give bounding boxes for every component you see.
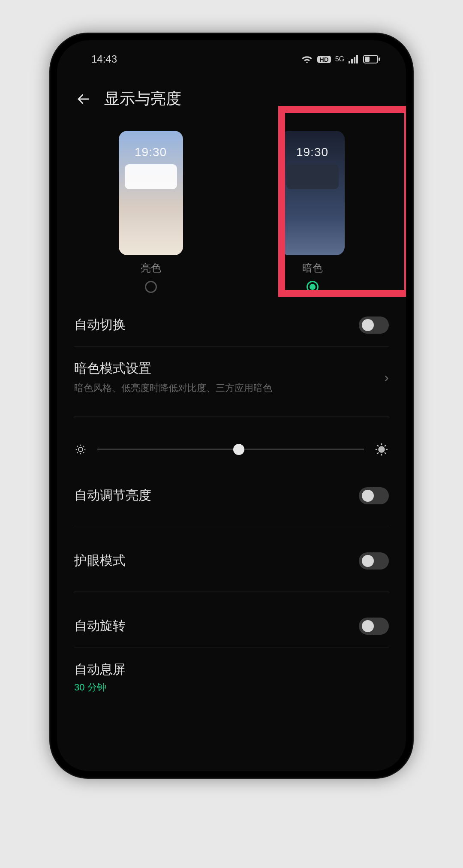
sun-dim-icon	[74, 443, 87, 456]
row-auto-switch[interactable]: 自动切换	[57, 303, 406, 347]
back-button[interactable]	[74, 90, 93, 108]
auto-screen-off-label: 自动息屏	[74, 661, 126, 678]
theme-label-light: 亮色	[141, 261, 161, 275]
svg-point-7	[78, 447, 83, 452]
brightness-slider-row	[57, 429, 406, 474]
eye-comfort-label: 护眼模式	[74, 552, 126, 570]
row-auto-screen-off[interactable]: 自动息屏	[57, 648, 406, 681]
dark-settings-title: 暗色模式设置	[74, 360, 272, 377]
row-eye-comfort[interactable]: 护眼模式	[57, 539, 406, 582]
signal-icon	[349, 55, 359, 63]
arrow-left-icon	[76, 91, 91, 107]
chevron-right-icon: ›	[384, 369, 389, 386]
status-time: 14:43	[91, 53, 117, 65]
radio-light[interactable]	[145, 281, 157, 293]
toggle-auto-brightness[interactable]	[359, 487, 389, 504]
hd-badge: HD	[317, 56, 331, 63]
auto-brightness-label: 自动调节亮度	[74, 487, 151, 504]
theme-option-dark[interactable]: 19:30 暗色	[280, 131, 345, 293]
row-dark-mode-settings[interactable]: 暗色模式设置 暗色风格、低亮度时降低对比度、三方应用暗色 ›	[57, 347, 406, 407]
page-title: 显示与亮度	[104, 88, 181, 109]
svg-rect-0	[349, 61, 350, 63]
wifi-icon	[301, 54, 313, 64]
preview-card-dark	[286, 164, 339, 189]
auto-rotate-label: 自动旋转	[74, 617, 126, 635]
section-divider	[74, 416, 389, 416]
theme-option-light[interactable]: 19:30 亮色	[119, 131, 183, 293]
auto-switch-label: 自动切换	[74, 316, 126, 334]
network-label: 5G	[335, 55, 344, 63]
svg-rect-5	[365, 57, 370, 62]
phone-frame: 14:43 HD 5G 显示与亮度 19:30 亮色	[49, 33, 414, 779]
svg-rect-2	[354, 57, 355, 63]
preview-time-dark: 19:30	[280, 131, 345, 159]
svg-rect-1	[351, 59, 353, 63]
header: 显示与亮度	[57, 69, 406, 122]
sun-bright-icon	[374, 442, 389, 457]
section-divider-3	[74, 591, 389, 591]
auto-screen-off-value: 30 分钟	[57, 681, 406, 707]
toggle-auto-rotate[interactable]	[359, 618, 389, 635]
row-auto-brightness[interactable]: 自动调节亮度	[57, 474, 406, 517]
theme-preview-dark: 19:30	[280, 131, 345, 255]
svg-rect-3	[356, 55, 358, 63]
battery-icon	[363, 55, 380, 63]
preview-time-light: 19:30	[119, 131, 183, 159]
toggle-auto-switch[interactable]	[359, 316, 389, 334]
brightness-slider[interactable]	[97, 449, 364, 450]
section-divider-2	[74, 526, 389, 526]
preview-card-light	[125, 164, 177, 189]
theme-selector: 19:30 亮色 19:30 暗色	[57, 122, 406, 303]
radio-dark[interactable]	[307, 281, 319, 293]
row-auto-rotate[interactable]: 自动旋转	[57, 604, 406, 648]
svg-rect-6	[379, 57, 380, 61]
toggle-eye-comfort[interactable]	[359, 552, 389, 570]
svg-point-8	[379, 447, 385, 452]
theme-preview-light: 19:30	[119, 131, 183, 255]
status-bar: 14:43 HD 5G	[57, 40, 406, 69]
brightness-thumb[interactable]	[233, 444, 244, 455]
dark-settings-sub: 暗色风格、低亮度时降低对比度、三方应用暗色	[74, 382, 272, 395]
theme-label-dark: 暗色	[302, 261, 323, 275]
status-right: HD 5G	[301, 54, 380, 64]
phone-screen: 14:43 HD 5G 显示与亮度 19:30 亮色	[57, 40, 406, 771]
